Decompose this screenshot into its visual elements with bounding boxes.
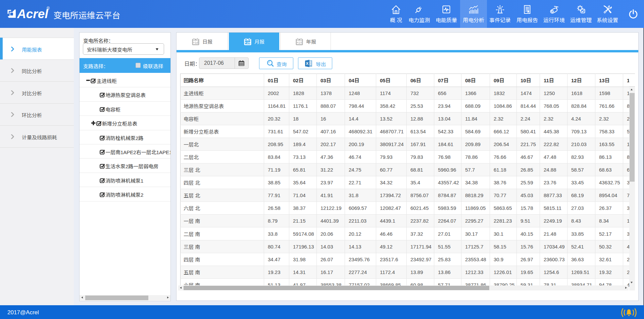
svg-text:X: X bbox=[306, 61, 309, 65]
svg-text:+1d: +1d bbox=[193, 41, 198, 44]
svg-text:+1M: +1M bbox=[245, 41, 251, 44]
svg-text:+1Y: +1Y bbox=[297, 41, 302, 44]
